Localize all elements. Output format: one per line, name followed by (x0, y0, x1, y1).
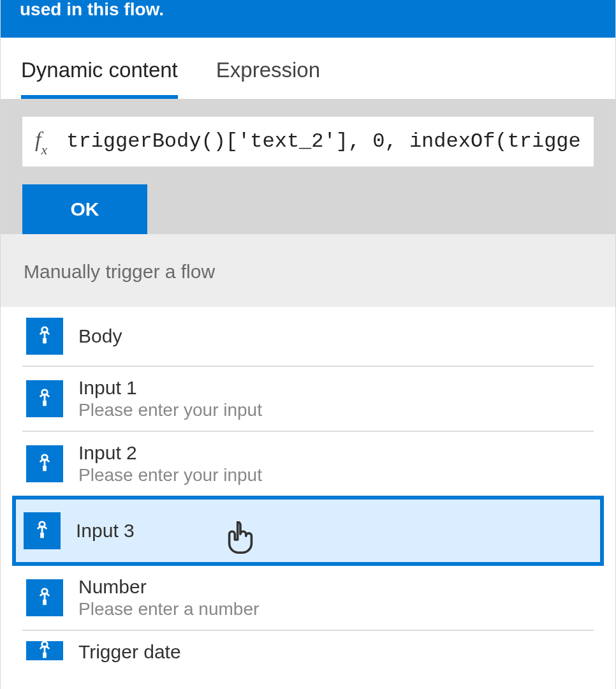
expression-text: triggerBody()['text_2'], 0, indexOf(trig… (66, 130, 581, 153)
item-title: Trigger date (78, 641, 181, 663)
dynamic-content-list: Body Input 1 Please enter your input (1, 307, 615, 496)
touch-icon (26, 579, 63, 616)
list-item-input-2[interactable]: Input 2 Please enter your input (22, 432, 594, 496)
tab-bar: Dynamic content Expression (1, 38, 615, 99)
list-item-body[interactable]: Body (22, 307, 594, 367)
touch-icon (26, 318, 63, 355)
section-header: Manually trigger a flow (1, 234, 615, 307)
ok-button[interactable]: OK (22, 184, 147, 234)
section-title: Manually trigger a flow (24, 261, 215, 282)
banner-text: used in this flow. (20, 0, 164, 19)
list-item-number[interactable]: Number Please enter a number (22, 566, 594, 631)
item-title: Number (78, 576, 259, 598)
item-title: Input 3 (76, 520, 135, 542)
item-title: Input 1 (78, 377, 262, 399)
touch-icon (26, 380, 63, 417)
dynamic-content-panel: used in this flow. Dynamic content Expre… (0, 0, 616, 689)
item-title: Body (78, 325, 122, 347)
item-title: Input 2 (78, 442, 262, 464)
dynamic-content-list-cont: Number Please enter a number Trigger dat… (1, 566, 615, 663)
list-item-input-3[interactable]: Input 3 (12, 496, 604, 566)
list-item-input-1[interactable]: Input 1 Please enter your input (22, 367, 594, 432)
expression-input[interactable]: fx triggerBody()['text_2'], 0, indexOf(t… (22, 117, 594, 167)
banner: used in this flow. (1, 0, 615, 38)
tab-expression[interactable]: Expression (216, 58, 320, 99)
fx-icon: fx (35, 128, 47, 156)
item-description: Please enter your input (78, 400, 262, 420)
touch-icon (26, 641, 63, 660)
touch-icon (26, 445, 63, 482)
tab-dynamic-content[interactable]: Dynamic content (21, 58, 178, 99)
touch-icon (24, 512, 61, 549)
pointer-cursor-icon (225, 521, 256, 561)
expression-area: fx triggerBody()['text_2'], 0, indexOf(t… (1, 99, 615, 307)
item-description: Please enter your input (78, 465, 262, 485)
item-description: Please enter a number (78, 599, 259, 619)
list-item-trigger-date[interactable]: Trigger date (22, 631, 594, 663)
